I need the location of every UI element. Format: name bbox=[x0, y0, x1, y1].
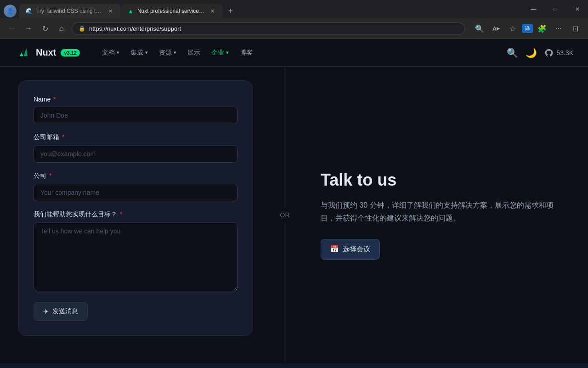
submit-icon: ✈ bbox=[43, 308, 49, 315]
lock-icon: 🔒 bbox=[79, 25, 85, 32]
github-stars: 53.3K bbox=[556, 49, 573, 57]
nav-resources[interactable]: 资源 ▾ bbox=[159, 49, 176, 57]
goal-textarea[interactable] bbox=[34, 222, 237, 291]
translate-button[interactable]: 译 bbox=[522, 24, 533, 33]
calendar-icon: 📅 bbox=[330, 245, 339, 253]
close-button[interactable]: ✕ bbox=[567, 2, 588, 16]
or-divider: OR bbox=[271, 67, 299, 363]
company-required: * bbox=[47, 172, 51, 179]
version-badge: v3.12 bbox=[61, 49, 80, 57]
submit-button[interactable]: ✈ 发送消息 bbox=[34, 302, 88, 321]
tab-title-nuxt: Nuxt professional services · Enter... bbox=[137, 8, 205, 14]
name-required: * bbox=[51, 96, 56, 103]
tab-tailwind[interactable]: 🌊 Try Tailwind CSS using the Play C... ✕ bbox=[19, 4, 120, 18]
tab-favicon-nuxt: ▲ bbox=[128, 8, 134, 15]
goal-field-group: 我们能帮助您实现什么目标？ * bbox=[34, 210, 237, 293]
url-text: https://nuxt.com/enterprise/support bbox=[89, 25, 181, 32]
extensions-button[interactable]: 🧩 bbox=[535, 21, 549, 36]
form-card: Name * 公司邮箱 * 公司 * 我们能帮 bbox=[18, 80, 253, 336]
schedule-label: 选择会议 bbox=[343, 245, 370, 254]
right-panel: Talk to us 与我们预约 30 分钟，详细了解我们的支持解决方案，展示您… bbox=[299, 67, 588, 363]
talk-description: 与我们预约 30 分钟，详细了解我们的支持解决方案，展示您的需求和项目，并获得个… bbox=[321, 199, 566, 224]
nav-resources-chevron: ▾ bbox=[174, 50, 176, 56]
nav-enterprise-label: 企业 bbox=[211, 49, 224, 57]
favorites-button[interactable]: ☆ bbox=[505, 21, 520, 36]
goal-required: * bbox=[118, 210, 122, 218]
submit-label: 发送消息 bbox=[52, 307, 78, 316]
company-input[interactable] bbox=[34, 184, 237, 201]
goal-label: 我们能帮助您实现什么目标？ * bbox=[34, 210, 237, 219]
maximize-button[interactable]: □ bbox=[545, 2, 566, 16]
tab-favicon: 🌊 bbox=[26, 8, 33, 14]
copilot-button[interactable]: 🔍 bbox=[472, 21, 487, 36]
nav-docs[interactable]: 文档 ▾ bbox=[102, 49, 119, 57]
email-required: * bbox=[60, 133, 64, 141]
nav-blog-label: 博客 bbox=[240, 49, 253, 57]
nav-docs-chevron: ▾ bbox=[117, 50, 119, 56]
nav-resources-label: 资源 bbox=[159, 49, 172, 57]
company-field-group: 公司 * bbox=[34, 172, 237, 201]
split-view-button[interactable]: ⊡ bbox=[568, 21, 582, 36]
tab-title: Try Tailwind CSS using the Play C... bbox=[36, 8, 103, 14]
minimize-button[interactable]: — bbox=[523, 2, 544, 16]
email-field-group: 公司邮箱 * bbox=[34, 133, 237, 163]
tab-close-button-nuxt[interactable]: ✕ bbox=[209, 7, 216, 15]
logo-area[interactable]: Nuxt v3.12 bbox=[15, 45, 80, 61]
new-tab-button[interactable]: + bbox=[223, 4, 238, 18]
name-input[interactable] bbox=[34, 107, 237, 124]
logo-text: Nuxt bbox=[36, 47, 56, 58]
github-icon bbox=[544, 48, 554, 57]
tab-nuxt[interactable]: ▲ Nuxt professional services · Enter... … bbox=[121, 4, 222, 18]
main-content: Name * 公司邮箱 * 公司 * 我们能帮 bbox=[0, 67, 588, 363]
theme-toggle[interactable]: 🌙 bbox=[526, 47, 537, 58]
main-nav: 文档 ▾ 集成 ▾ 资源 ▾ 展示 企业 ▾ 博客 bbox=[102, 49, 492, 57]
nav-showcase[interactable]: 展示 bbox=[187, 49, 200, 57]
refresh-button[interactable]: ↻ bbox=[39, 22, 51, 35]
nav-integrations-chevron: ▾ bbox=[145, 50, 148, 56]
email-input[interactable] bbox=[34, 145, 237, 163]
nav-blog[interactable]: 博客 bbox=[240, 49, 253, 57]
nav-enterprise[interactable]: 企业 ▾ bbox=[211, 49, 229, 57]
site-header: Nuxt v3.12 文档 ▾ 集成 ▾ 资源 ▾ 展示 企业 ▾ 博客 🔍 🌙 bbox=[0, 39, 588, 67]
more-button[interactable]: ··· bbox=[551, 21, 566, 36]
nuxt-logo-icon bbox=[15, 45, 31, 61]
company-label: 公司 * bbox=[34, 172, 237, 180]
or-text: OR bbox=[280, 208, 290, 222]
profile-avatar[interactable]: 👤 bbox=[4, 5, 17, 17]
schedule-meeting-button[interactable]: 📅 选择会议 bbox=[321, 239, 380, 260]
nav-enterprise-chevron: ▾ bbox=[226, 50, 229, 56]
name-field-group: Name * bbox=[34, 96, 237, 124]
talk-title: Talk to us bbox=[321, 170, 566, 190]
back-button[interactable]: ← bbox=[6, 22, 18, 35]
name-label: Name * bbox=[34, 96, 237, 103]
read-aloud-button[interactable]: A▶ bbox=[489, 21, 503, 36]
nav-integrations-label: 集成 bbox=[130, 49, 143, 57]
nav-docs-label: 文档 bbox=[102, 49, 115, 57]
github-button[interactable]: 53.3K bbox=[544, 48, 573, 57]
home-button[interactable]: ⌂ bbox=[55, 22, 68, 35]
form-panel: Name * 公司邮箱 * 公司 * 我们能帮 bbox=[0, 67, 271, 363]
email-label: 公司邮箱 * bbox=[34, 133, 237, 142]
nav-showcase-label: 展示 bbox=[187, 49, 200, 57]
nav-integrations[interactable]: 集成 ▾ bbox=[130, 49, 148, 57]
tab-close-button[interactable]: ✕ bbox=[107, 7, 114, 15]
url-bar[interactable]: 🔒 https://nuxt.com/enterprise/support bbox=[72, 23, 465, 35]
search-button[interactable]: 🔍 bbox=[507, 47, 518, 58]
forward-button[interactable]: → bbox=[22, 22, 35, 35]
header-actions: 🔍 🌙 53.3K bbox=[507, 47, 573, 58]
